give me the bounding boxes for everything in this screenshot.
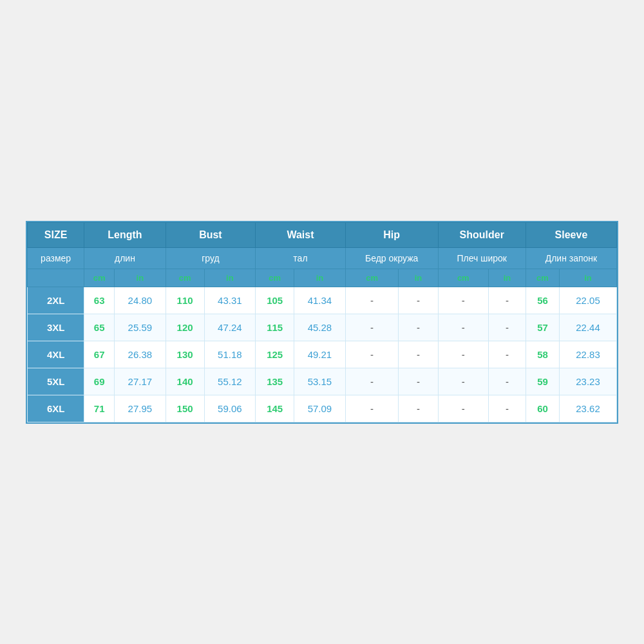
table-cell: 27.17 [115, 368, 166, 395]
table-cell: 22.05 [560, 287, 617, 314]
hip-cm-unit: cm [345, 269, 399, 287]
table-cell: - [399, 368, 438, 395]
table-cell: 55.12 [204, 368, 256, 395]
table-cell: 125 [256, 341, 294, 368]
table-cell: - [438, 314, 488, 341]
empty-unit-cell [28, 269, 84, 287]
header-row-russian: размер длин груд тал Бедр окружа Плеч ши… [28, 247, 617, 269]
table-cell: 45.28 [294, 314, 346, 341]
sleeve-in-unit: in [560, 269, 617, 287]
length-cm-unit: cm [84, 269, 115, 287]
sleeve-cm-unit: cm [526, 269, 559, 287]
ru-bust-label: груд [166, 247, 256, 269]
ru-sleeve-label: Длин запонк [526, 247, 616, 269]
table-cell: - [488, 314, 526, 341]
table-cell: - [438, 341, 488, 368]
table-cell: 2XL [28, 287, 84, 314]
table-cell: 60 [526, 395, 559, 422]
table-cell: 145 [256, 395, 294, 422]
table-cell: - [345, 341, 399, 368]
table-cell: 57.09 [294, 395, 346, 422]
table-cell: 130 [166, 341, 204, 368]
table-cell: 67 [84, 341, 115, 368]
table-cell: - [488, 368, 526, 395]
table-cell: 115 [256, 314, 294, 341]
length-header: Length [84, 222, 166, 247]
waist-cm-unit: cm [256, 269, 294, 287]
shoulder-header: Shoulder [438, 222, 526, 247]
table-cell: 53.15 [294, 368, 346, 395]
table-row: 3XL6525.5912047.2411545.28----5722.44 [28, 314, 617, 341]
table-cell: - [438, 368, 488, 395]
ru-shoulder-label: Плеч широк [438, 247, 526, 269]
table-cell: 105 [256, 287, 294, 314]
table-cell: - [345, 287, 399, 314]
table-row: 6XL7127.9515059.0614557.09----6023.62 [28, 395, 617, 422]
table-cell: 4XL [28, 341, 84, 368]
table-cell: - [488, 341, 526, 368]
table-cell: 59.06 [204, 395, 256, 422]
table-cell: - [438, 395, 488, 422]
size-chart-table: SIZE Length Bust Waist Hip Shoulder Slee… [27, 222, 617, 422]
table-cell: 25.59 [115, 314, 166, 341]
table-cell: 24.80 [115, 287, 166, 314]
ru-hip-label: Бедр окружа [345, 247, 438, 269]
table-cell: - [399, 314, 438, 341]
table-cell: 135 [256, 368, 294, 395]
table-cell: 71 [84, 395, 115, 422]
hip-in-unit: in [399, 269, 438, 287]
shoulder-cm-unit: cm [438, 269, 488, 287]
table-cell: 140 [166, 368, 204, 395]
ru-size-label: размер [28, 247, 84, 269]
bust-header: Bust [166, 222, 256, 247]
table-cell: 23.23 [560, 368, 617, 395]
table-cell: 43.31 [204, 287, 256, 314]
table-cell: 56 [526, 287, 559, 314]
waist-in-unit: in [294, 269, 346, 287]
table-cell: 120 [166, 314, 204, 341]
hip-header: Hip [345, 222, 438, 247]
table-cell: - [438, 287, 488, 314]
table-cell: 51.18 [204, 341, 256, 368]
size-chart-container: SIZE Length Bust Waist Hip Shoulder Slee… [26, 221, 618, 424]
table-cell: 23.62 [560, 395, 617, 422]
table-cell: 59 [526, 368, 559, 395]
ru-length-label: длин [84, 247, 166, 269]
size-header: SIZE [28, 222, 84, 247]
length-in-unit: in [115, 269, 166, 287]
bust-cm-unit: cm [166, 269, 204, 287]
table-cell: - [345, 395, 399, 422]
header-row-units: cm in cm in cm in cm in cm in cm in [28, 269, 617, 287]
table-cell: 22.44 [560, 314, 617, 341]
table-cell: - [488, 287, 526, 314]
table-cell: 27.95 [115, 395, 166, 422]
table-cell: - [399, 287, 438, 314]
table-cell: - [345, 368, 399, 395]
shoulder-in-unit: in [488, 269, 526, 287]
table-cell: 26.38 [115, 341, 166, 368]
table-row: 5XL6927.1714055.1213553.15----5923.23 [28, 368, 617, 395]
table-cell: 57 [526, 314, 559, 341]
table-row: 2XL6324.8011043.3110541.34----5622.05 [28, 287, 617, 314]
table-cell: 49.21 [294, 341, 346, 368]
header-row-english: SIZE Length Bust Waist Hip Shoulder Slee… [28, 222, 617, 247]
table-row: 4XL6726.3813051.1812549.21----5822.83 [28, 341, 617, 368]
table-body: 2XL6324.8011043.3110541.34----5622.053XL… [28, 287, 617, 422]
waist-header: Waist [256, 222, 346, 247]
table-cell: 69 [84, 368, 115, 395]
table-cell: 3XL [28, 314, 84, 341]
table-cell: 65 [84, 314, 115, 341]
table-cell: 47.24 [204, 314, 256, 341]
table-cell: 6XL [28, 395, 84, 422]
table-cell: - [488, 395, 526, 422]
table-cell: 110 [166, 287, 204, 314]
table-cell: - [399, 395, 438, 422]
table-cell: 41.34 [294, 287, 346, 314]
table-cell: - [399, 341, 438, 368]
table-cell: 22.83 [560, 341, 617, 368]
bust-in-unit: in [204, 269, 256, 287]
table-cell: 58 [526, 341, 559, 368]
table-cell: 150 [166, 395, 204, 422]
table-cell: 5XL [28, 368, 84, 395]
table-cell: - [345, 314, 399, 341]
